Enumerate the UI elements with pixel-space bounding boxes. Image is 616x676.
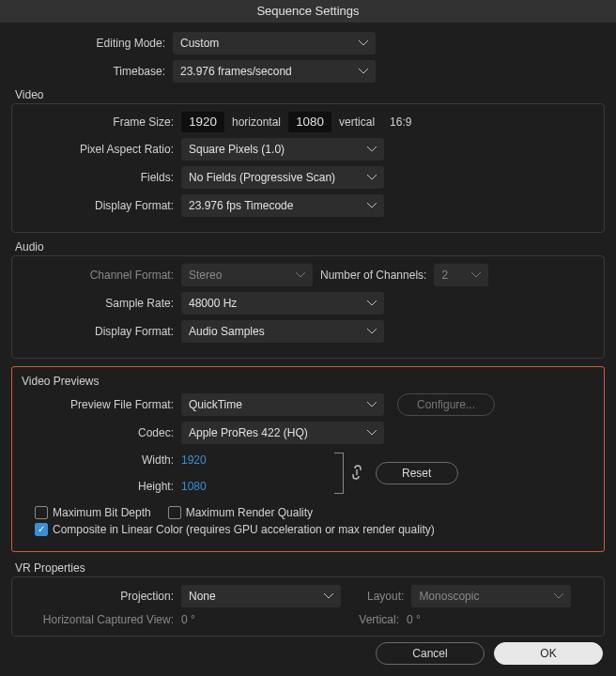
chevron-down-icon <box>471 272 481 278</box>
frame-size-label: Frame Size: <box>20 115 181 129</box>
audio-section-label: Audio <box>13 240 605 254</box>
layout-value: Monoscopic <box>419 590 479 603</box>
fields-select[interactable]: No Fields (Progressive Scan) <box>181 166 384 189</box>
sample-rate-select[interactable]: 48000 Hz <box>181 292 384 315</box>
video-section-label: Video <box>13 88 605 101</box>
window-title: Sequence Settings <box>0 0 616 23</box>
par-value: Square Pixels (1.0) <box>189 143 285 156</box>
video-previews-group: Video Previews Preview File Format: Quic… <box>11 366 605 552</box>
fields-label: Fields: <box>20 171 181 184</box>
chevron-down-icon <box>359 40 368 46</box>
audio-display-format-value: Audio Samples <box>189 325 265 338</box>
sample-rate-label: Sample Rate: <box>20 297 181 310</box>
video-group: Frame Size: horizontal vertical 16:9 Pix… <box>11 103 605 233</box>
audio-display-format-select[interactable]: Audio Samples <box>181 320 384 343</box>
preview-file-format-value: QuickTime <box>189 398 242 411</box>
hcv-value: 0 ° <box>181 613 341 626</box>
num-channels-select: 2 <box>434 264 488 286</box>
video-display-format-select[interactable]: 23.976 fps Timecode <box>181 194 384 217</box>
vr-vertical-label: Vertical: <box>341 613 407 626</box>
preview-height-input[interactable]: 1080 <box>181 476 207 497</box>
audio-group: Channel Format: Stereo Number of Channel… <box>11 255 605 359</box>
max-bit-depth-label[interactable]: Maximum Bit Depth <box>53 506 151 519</box>
timebase-select[interactable]: 23.976 frames/second <box>173 60 376 83</box>
preview-width-label: Width: <box>20 450 181 470</box>
timebase-label: Timebase: <box>11 65 173 78</box>
video-display-format-label: Display Format: <box>20 199 181 212</box>
preview-width-input[interactable]: 1920 <box>181 450 207 470</box>
frame-width-input[interactable] <box>181 112 224 132</box>
codec-label: Codec: <box>20 426 181 439</box>
max-bit-depth-checkbox[interactable] <box>35 506 48 519</box>
composite-linear-checkbox[interactable] <box>35 523 48 536</box>
chevron-down-icon <box>554 593 563 599</box>
composite-linear-label[interactable]: Composite in Linear Color (requires GPU … <box>53 523 435 536</box>
ok-button[interactable]: OK <box>494 642 603 665</box>
configure-button: Configure... <box>397 393 495 416</box>
chevron-down-icon <box>367 203 377 208</box>
link-bracket-icon <box>334 453 344 494</box>
channel-format-select: Stereo <box>181 264 313 286</box>
projection-select[interactable]: None <box>181 585 341 607</box>
chevron-down-icon <box>359 69 368 74</box>
editing-mode-value: Custom <box>180 37 219 50</box>
layout-select: Monoscopic <box>411 585 571 607</box>
video-previews-section-label: Video Previews <box>20 375 596 388</box>
hcv-label: Horizontal Captured View: <box>20 613 181 626</box>
chevron-down-icon <box>324 593 333 599</box>
chevron-down-icon <box>367 175 377 180</box>
chevron-down-icon <box>367 430 377 436</box>
max-render-quality-label[interactable]: Maximum Render Quality <box>186 506 313 519</box>
sample-rate-value: 48000 Hz <box>189 297 237 310</box>
fields-value: No Fields (Progressive Scan) <box>189 171 335 184</box>
horizontal-label: horizontal <box>232 115 281 129</box>
link-icon[interactable] <box>351 465 362 483</box>
codec-select[interactable]: Apple ProRes 422 (HQ) <box>181 422 384 444</box>
num-channels-label: Number of Channels: <box>320 269 426 282</box>
codec-value: Apple ProRes 422 (HQ) <box>189 426 308 439</box>
chevron-down-icon <box>296 272 305 278</box>
layout-label: Layout: <box>367 590 404 603</box>
chevron-down-icon <box>367 329 377 334</box>
reset-button[interactable]: Reset <box>376 462 458 484</box>
video-display-format-value: 23.976 fps Timecode <box>189 199 293 212</box>
channel-format-value: Stereo <box>189 269 222 282</box>
preview-file-format-label: Preview File Format: <box>20 398 181 411</box>
vr-group: Projection: None Layout: Monoscopic Hori… <box>11 576 605 637</box>
vr-section-label: VR Properties <box>13 561 605 575</box>
projection-value: None <box>189 590 216 603</box>
chevron-down-icon <box>367 402 377 407</box>
num-channels-value: 2 <box>441 269 448 282</box>
max-render-quality-checkbox[interactable] <box>168 506 181 519</box>
vertical-label: vertical <box>339 115 375 129</box>
aspect-ratio-label: 16:9 <box>390 115 411 129</box>
channel-format-label: Channel Format: <box>20 269 181 282</box>
par-select[interactable]: Square Pixels (1.0) <box>181 138 384 161</box>
editing-mode-label: Editing Mode: <box>11 37 173 50</box>
editing-mode-select[interactable]: Custom <box>173 32 376 54</box>
vr-vertical-value: 0 ° <box>407 613 421 626</box>
par-label: Pixel Aspect Ratio: <box>20 143 181 156</box>
preview-file-format-select[interactable]: QuickTime <box>181 393 384 416</box>
chevron-down-icon <box>367 146 377 152</box>
frame-height-input[interactable] <box>288 112 331 132</box>
projection-label: Projection: <box>20 590 181 603</box>
cancel-button[interactable]: Cancel <box>376 642 485 665</box>
timebase-value: 23.976 frames/second <box>180 65 292 78</box>
chevron-down-icon <box>367 300 377 306</box>
preview-height-label: Height: <box>20 476 181 497</box>
audio-display-format-label: Display Format: <box>20 325 181 338</box>
